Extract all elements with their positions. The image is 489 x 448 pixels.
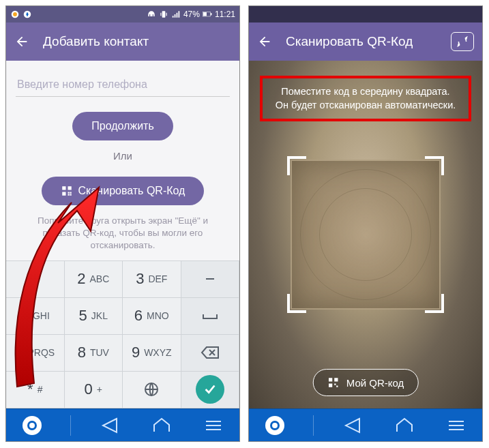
svg-rect-13 <box>70 192 71 194</box>
or-divider-text: Или <box>16 150 230 162</box>
svg-rect-20 <box>336 386 338 387</box>
key-9[interactable]: 9WXYZ <box>123 335 181 372</box>
key-dash[interactable] <box>181 261 240 298</box>
teamviewer-indicator-icon[interactable] <box>18 412 46 439</box>
instruction-line-2: Он будет отсканирован автоматически. <box>268 99 463 113</box>
system-nav-bar <box>6 408 239 441</box>
vibrate-icon <box>159 10 168 19</box>
nav-back-button[interactable] <box>338 412 366 439</box>
scan-qr-button[interactable]: Сканировать QR-Код <box>42 177 205 205</box>
teamviewer-indicator-icon[interactable] <box>261 412 288 439</box>
frame-corner-icon <box>287 294 306 313</box>
camera-viewfinder: Поместите код в середину квадрата. Он бу… <box>249 61 482 408</box>
frame-corner-icon <box>425 156 444 175</box>
svg-rect-5 <box>203 12 207 16</box>
svg-rect-12 <box>68 194 69 196</box>
instruction-line-1: Поместите код в середину квадрата. <box>268 85 463 99</box>
scan-target-frame <box>288 158 443 312</box>
key-done[interactable] <box>181 372 240 408</box>
svg-rect-19 <box>334 384 336 385</box>
svg-rect-18 <box>329 384 332 387</box>
phone-number-input[interactable] <box>16 73 230 97</box>
svg-rect-7 <box>62 186 65 190</box>
key-7[interactable]: 7PRQS <box>6 335 65 372</box>
frame-corner-icon <box>425 294 444 313</box>
my-qr-code-button[interactable]: Мой QR-код <box>313 369 419 396</box>
numeric-keypad: 1 2ABC 3DEF 4GHI 5JKL 6MNO 7PRQS 8TUV 9W… <box>6 260 239 408</box>
screenshot-scan-qr: Сканировать QR-Код Поместите код в серед… <box>248 5 483 442</box>
key-5[interactable]: 5JKL <box>65 298 123 335</box>
continue-button[interactable]: Продолжить <box>72 112 173 140</box>
qr-icon <box>327 376 340 389</box>
svg-rect-10 <box>68 192 69 194</box>
my-qr-label: Мой QR-код <box>346 377 404 389</box>
battery-text: 47% <box>183 10 200 19</box>
headset-icon <box>147 10 156 19</box>
scan-instruction-box: Поместите код в середину квадрата. Он бу… <box>260 76 471 121</box>
svg-rect-14 <box>206 278 214 280</box>
svg-rect-3 <box>162 11 166 17</box>
svg-rect-16 <box>329 378 332 381</box>
key-6[interactable]: 6MNO <box>123 298 181 335</box>
nav-home-button[interactable] <box>391 412 418 439</box>
nav-recent-button[interactable] <box>443 412 470 439</box>
nav-recent-button[interactable] <box>200 412 227 439</box>
scan-hint-text: Попросите друга открыть экран "Ещё" и по… <box>16 215 230 252</box>
back-arrow-icon[interactable] <box>257 34 272 49</box>
svg-rect-17 <box>334 378 338 381</box>
battery-icon <box>203 10 212 19</box>
status-bar <box>249 6 482 23</box>
key-8[interactable]: 8TUV <box>65 335 123 372</box>
app2-status-icon <box>23 10 32 19</box>
clock-text: 11:21 <box>215 10 235 19</box>
add-contact-body: Продолжить Или Сканировать QR-Код Попрос… <box>6 61 239 260</box>
key-0[interactable]: 0+ <box>65 372 123 408</box>
svg-rect-9 <box>62 192 65 196</box>
key-2[interactable]: 2ABC <box>65 261 123 298</box>
key-4[interactable]: 4GHI <box>6 298 65 335</box>
svg-point-1 <box>13 12 17 16</box>
screenshot-add-contact: 47% 11:21 Добавить контакт Продолжить Ил… <box>5 5 240 442</box>
system-nav-bar <box>249 408 482 441</box>
scan-qr-button-label: Сканировать QR-Код <box>78 185 186 197</box>
app1-status-icon <box>10 10 20 19</box>
back-arrow-icon[interactable] <box>14 34 29 49</box>
app-header: Добавить контакт <box>6 23 239 61</box>
key-3[interactable]: 3DEF <box>123 261 181 298</box>
nav-home-button[interactable] <box>148 412 175 439</box>
key-space[interactable] <box>181 298 240 335</box>
app-header: Сканировать QR-Код <box>249 23 482 61</box>
status-bar: 47% 11:21 <box>6 6 239 23</box>
checkmark-icon <box>196 375 224 404</box>
qr-icon <box>61 185 73 197</box>
key-backspace[interactable] <box>181 335 240 372</box>
svg-rect-6 <box>211 13 212 15</box>
header-title: Добавить контакт <box>43 34 149 49</box>
svg-rect-11 <box>70 194 71 196</box>
nav-back-button[interactable] <box>95 412 123 439</box>
signal-icon <box>171 10 181 19</box>
key-lang[interactable] <box>123 372 181 408</box>
key-star[interactable]: *# <box>6 372 65 408</box>
key-1[interactable]: 1 <box>6 261 65 298</box>
svg-rect-8 <box>68 186 71 190</box>
switch-camera-button[interactable] <box>451 32 474 51</box>
header-title: Сканировать QR-Код <box>286 34 413 49</box>
frame-corner-icon <box>287 156 306 175</box>
